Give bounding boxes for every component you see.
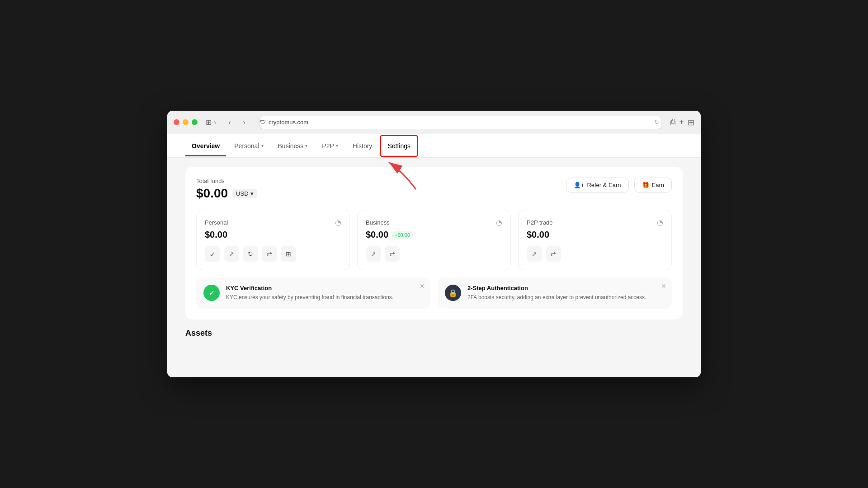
address-bar[interactable]: 🛡 cryptomus.com ↻ [259,116,661,129]
twofa-close-button[interactable]: ✕ [661,283,666,289]
business-send-btn[interactable]: ↗ [366,246,381,262]
business-account-card: Business ◔ $0.00 +$0.00 ↗ ⇄ [357,210,511,270]
total-funds-header: Total funds $0.00 USD ▾ 👤+ Refer & Earn [196,178,672,201]
total-funds-info: Total funds $0.00 USD ▾ [196,178,257,201]
business-card-title: Business [366,219,390,226]
nav-item-settings[interactable]: Settings [380,135,418,157]
minimize-button[interactable] [183,119,189,125]
notification-cards: ✓ KYC Verification KYC ensures your safe… [196,277,672,309]
share-icon[interactable]: ⎙ [670,117,675,127]
toolbar-right: ⎙ + ⊞ [670,117,694,127]
nav-item-p2p[interactable]: P2P ▾ [316,136,344,156]
earn-button[interactable]: 🎁 Earn [634,178,672,192]
personal-account-card: Personal ◔ $0.00 ↙ ↗ ↻ ⇄ ⊞ [196,210,350,270]
p2p-card-header: P2P trade ◔ [527,218,663,227]
kyc-title: KYC Verification [226,285,393,291]
assets-section: Assets [185,328,683,338]
business-card-amount: $0.00 +$0.00 [366,230,502,240]
business-pie-icon[interactable]: ◔ [496,218,502,227]
twofa-notification: 🔒 2-Step Authentication 2FA boosts secur… [438,277,672,309]
currency-chevron: ▾ [250,190,254,197]
main-content: Total funds $0.00 USD ▾ 👤+ Refer & Earn [167,158,701,377]
shield-icon: 🛡 [260,119,266,126]
p2p-account-card: P2P trade ◔ $0.00 ↗ ⇄ [518,210,672,270]
twofa-content: 2-Step Authentication 2FA boosts securit… [467,285,646,301]
gift-icon: 🎁 [642,182,649,188]
account-cards: Personal ◔ $0.00 ↙ ↗ ↻ ⇄ ⊞ [196,210,672,270]
p2p-pie-icon[interactable]: ◔ [657,218,663,227]
url-text: cryptomus.com [269,119,308,126]
p2p-card-actions: ↗ ⇄ [527,246,663,262]
nav-item-history[interactable]: History [346,136,379,156]
chevron-p2p: ▾ [336,143,338,148]
sidebar-chevron: ∨ [213,119,217,125]
back-button[interactable]: ‹ [223,116,236,129]
kyc-content: KYC Verification KYC ensures your safety… [226,285,393,301]
personal-receive-btn[interactable]: ↙ [205,246,220,262]
personal-stack-btn[interactable]: ⊞ [281,246,296,262]
nav-bar: Overview Personal ▾ Business ▾ P2P ▾ His… [167,134,701,158]
p2p-card-amount: $0.00 [527,230,663,240]
total-funds-amount: $0.00 USD ▾ [196,186,257,201]
personal-send-btn[interactable]: ↗ [224,246,239,262]
sidebar-toggle[interactable]: ⊞ ∨ [206,118,217,127]
traffic-lights [174,119,198,125]
refer-icon: 👤+ [574,182,585,188]
forward-button[interactable]: › [238,116,250,129]
personal-swap-btn[interactable]: ↻ [243,246,258,262]
currency-selector[interactable]: USD ▾ [232,189,257,198]
grid-icon[interactable]: ⊞ [688,117,694,127]
business-card-actions: ↗ ⇄ [366,246,502,262]
kyc-close-button[interactable]: ✕ [420,283,425,289]
total-funds-label: Total funds [196,178,257,184]
personal-card-title: Personal [205,219,228,226]
nav-item-business[interactable]: Business ▾ [272,136,314,156]
chevron-business: ▾ [305,143,307,148]
twofa-title: 2-Step Authentication [467,285,646,291]
nav-buttons: ‹ › [223,116,250,129]
dashboard-card: Total funds $0.00 USD ▾ 👤+ Refer & Earn [185,167,683,319]
business-exchange-btn[interactable]: ⇄ [385,246,400,262]
reload-icon: ↻ [654,119,659,126]
p2p-card-title: P2P trade [527,219,553,226]
new-tab-icon[interactable]: + [679,117,684,127]
nav-item-personal[interactable]: Personal ▾ [228,136,269,156]
nav-item-overview[interactable]: Overview [185,136,226,156]
assets-title: Assets [185,328,683,338]
personal-pie-icon[interactable]: ◔ [335,218,341,227]
p2p-exchange-btn[interactable]: ⇄ [546,246,561,262]
kyc-icon: ✓ [203,285,220,301]
business-change-badge: +$0.00 [392,231,413,239]
kyc-description: KYC ensures your safety by preventing fr… [226,293,393,301]
personal-exchange-btn[interactable]: ⇄ [262,246,277,262]
sidebar-icon: ⊞ [206,118,212,127]
twofa-description: 2FA boosts security, adding an extra lay… [467,293,646,301]
title-bar: ⊞ ∨ ‹ › 🛡 cryptomus.com ↻ ⎙ + ⊞ [167,111,701,134]
refer-earn-button[interactable]: 👤+ Refer & Earn [566,178,629,192]
maximize-button[interactable] [192,119,198,125]
personal-card-header: Personal ◔ [205,218,341,227]
twofa-icon: 🔒 [445,285,461,301]
kyc-notification: ✓ KYC Verification KYC ensures your safe… [196,277,430,309]
p2p-send-btn[interactable]: ↗ [527,246,542,262]
chevron-personal: ▾ [261,143,264,148]
close-button[interactable] [174,119,179,125]
personal-card-amount: $0.00 [205,230,341,240]
business-card-header: Business ◔ [366,218,502,227]
header-actions: 👤+ Refer & Earn 🎁 Earn [566,178,672,192]
personal-card-actions: ↙ ↗ ↻ ⇄ ⊞ [205,246,341,262]
